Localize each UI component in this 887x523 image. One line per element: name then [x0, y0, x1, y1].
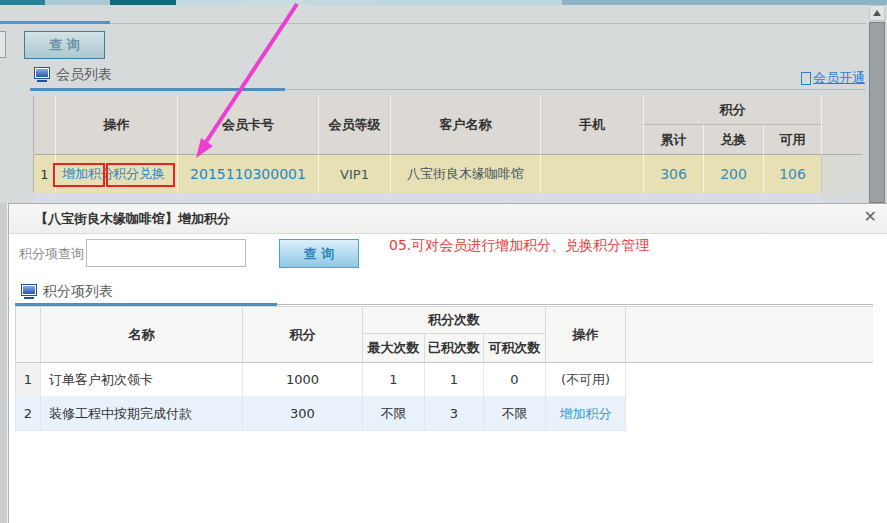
next-row-fragment — [33, 193, 821, 203]
divider — [110, 23, 866, 24]
member-points-accum: 306 — [643, 155, 703, 193]
pt-col-max: 最大次数 — [363, 334, 425, 363]
monitor-icon-base — [24, 297, 34, 299]
active-tab-underline — [0, 21, 110, 24]
pt-row-index: 2 — [15, 397, 41, 431]
member-col-index — [33, 95, 55, 155]
pt-row-earned: 1 — [425, 363, 484, 397]
page: 查 询 会员列表 会员开通 操作 会员卡号 会员等级 客户名称 手机 积分 累计… — [0, 0, 887, 523]
member-col-level: 会员等级 — [318, 95, 390, 155]
pt-col-avail: 可积次数 — [484, 334, 546, 363]
placeholder-box-icon — [801, 72, 811, 85]
pt-col-op: 操作 — [546, 306, 626, 363]
pt-row-op-unavailable: (不可用) — [546, 363, 626, 397]
pt-row-points: 300 — [243, 397, 363, 431]
tab-strip-segment — [242, 0, 305, 5]
member-customer-name: 八宝街良木缘咖啡馆 — [390, 155, 540, 193]
tab-strip-segment — [110, 0, 176, 5]
pt-col-points: 积分 — [243, 306, 363, 363]
pt-row-name: 装修工程中按期完成付款 — [41, 397, 243, 431]
pt-row-index: 1 — [15, 363, 41, 397]
pt-col-extra — [626, 306, 873, 363]
pt-col-earned: 已积次数 — [425, 334, 484, 363]
member-open-link-label: 会员开通 — [813, 69, 865, 87]
divider — [285, 89, 866, 90]
modal-title: 【八宝街良木缘咖啡馆】增加积分 — [35, 204, 230, 234]
member-col-avail: 可用 — [763, 125, 821, 155]
member-col-extra — [821, 95, 862, 155]
member-col-accum: 累计 — [643, 125, 703, 155]
query-button[interactable]: 查 询 — [24, 31, 105, 59]
divider — [277, 304, 873, 305]
pt-row-points: 1000 — [243, 363, 363, 397]
pt-col-name: 名称 — [41, 306, 243, 363]
points-item-query-label: 积分项查询 — [19, 240, 84, 268]
member-level: VIP1 — [318, 155, 390, 193]
member-points-avail: 106 — [763, 155, 821, 193]
highlight-box-exchange-points — [106, 163, 175, 187]
tab-strip-segment — [305, 0, 376, 5]
pt-row-avail: 0 — [484, 363, 546, 397]
highlight-box-add-points — [53, 163, 105, 187]
tab-strip-segment — [45, 0, 110, 5]
monitor-icon — [34, 67, 50, 79]
pt-row-max: 不限 — [363, 397, 425, 431]
monitor-icon — [21, 284, 37, 296]
member-row-extra — [821, 155, 862, 193]
add-points-modal: 【八宝街良木缘咖啡馆】增加积分 ✕ 积分项查询 查 询 05.可对会员进行增加积… — [8, 203, 887, 523]
member-col-phone: 手机 — [540, 95, 643, 155]
member-card-number[interactable]: 2015110300001 — [177, 155, 318, 193]
points-item-list-title: 积分项列表 — [43, 283, 113, 301]
pt-col-count-group: 积分次数 — [363, 306, 546, 334]
pt-row-name: 订单客户初次领卡 — [41, 363, 243, 397]
cutoff-input-fragment — [0, 31, 6, 58]
member-col-exchange: 兑换 — [703, 125, 763, 155]
tab-strip-segment — [562, 0, 887, 5]
tab-strip-segment — [176, 0, 242, 5]
up-arrow-icon — [873, 10, 881, 16]
member-phone — [540, 155, 643, 193]
member-col-points-group: 积分 — [643, 95, 821, 125]
scrollbar-up-button[interactable] — [869, 5, 885, 21]
member-col-customer: 客户名称 — [390, 95, 540, 155]
points-item-query-input[interactable] — [86, 239, 246, 267]
pt-row-add-points-link[interactable]: 增加积分 — [546, 397, 626, 431]
member-row-index: 1 — [33, 155, 55, 193]
close-icon[interactable]: ✕ — [864, 207, 877, 226]
pt-col-index — [15, 306, 41, 363]
scrollbar-thumb[interactable] — [869, 22, 885, 203]
annotation-text: 05.可对会员进行增加积分、兑换积分管理 — [389, 237, 649, 255]
member-open-link[interactable]: 会员开通 — [801, 69, 865, 87]
member-col-card: 会员卡号 — [177, 95, 318, 155]
section-underline — [30, 88, 285, 91]
member-col-op: 操作 — [55, 95, 177, 155]
monitor-icon-base — [37, 80, 47, 82]
modal-query-button[interactable]: 查 询 — [279, 239, 359, 268]
pt-row-max: 1 — [363, 363, 425, 397]
pt-row-avail: 不限 — [484, 397, 546, 431]
member-points-exchange: 200 — [703, 155, 763, 193]
tab-strip-segment — [0, 0, 45, 5]
pt-row-earned: 3 — [425, 397, 484, 431]
tab-strip-segment — [376, 0, 562, 5]
member-list-title: 会员列表 — [56, 66, 112, 84]
